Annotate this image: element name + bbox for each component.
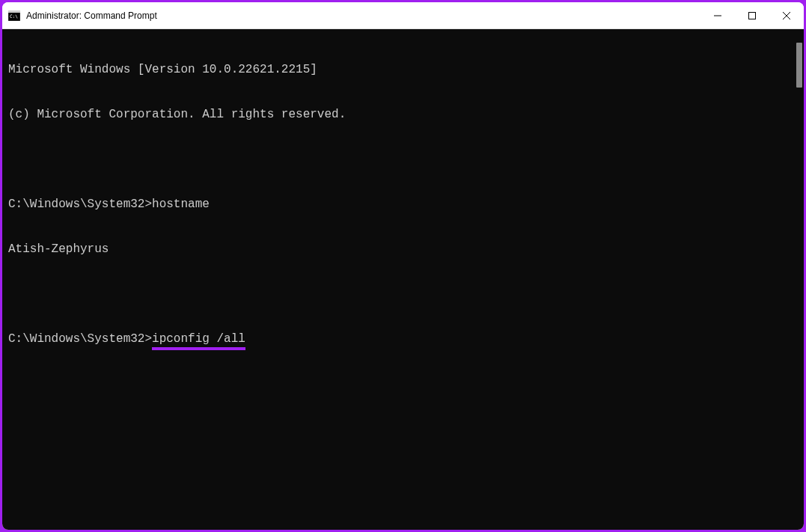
close-button[interactable] — [769, 2, 804, 28]
terminal-line: (c) Microsoft Corporation. All rights re… — [8, 107, 798, 122]
terminal-line: Microsoft Windows [Version 10.0.22621.22… — [8, 62, 798, 77]
terminal-content: Microsoft Windows [Version 10.0.22621.22… — [8, 32, 798, 376]
terminal-command-highlighted: ipconfig /all — [152, 331, 245, 350]
terminal-line — [8, 152, 798, 167]
svg-text:C:\: C:\ — [10, 13, 18, 19]
terminal-line: Atish-Zephyrus — [8, 242, 798, 257]
minimize-button[interactable] — [700, 2, 735, 28]
maximize-button[interactable] — [735, 2, 769, 28]
terminal-area[interactable]: Microsoft Windows [Version 10.0.22621.22… — [2, 29, 804, 530]
scrollbar-thumb[interactable] — [796, 43, 802, 88]
command-prompt-window: C:\ Administrator: Command Prompt — [2, 2, 804, 530]
svg-rect-1 — [8, 10, 20, 13]
window-controls — [700, 2, 804, 28]
window-title: Administrator: Command Prompt — [26, 10, 700, 21]
cmd-icon: C:\ — [8, 10, 20, 22]
terminal-prompt-line: C:\Windows\System32>ipconfig /all — [8, 331, 798, 346]
svg-rect-4 — [749, 12, 756, 19]
terminal-prompt: C:\Windows\System32> — [8, 332, 152, 346]
terminal-line — [8, 287, 798, 302]
terminal-line: C:\Windows\System32>hostname — [8, 197, 798, 212]
titlebar[interactable]: C:\ Administrator: Command Prompt — [2, 2, 804, 29]
